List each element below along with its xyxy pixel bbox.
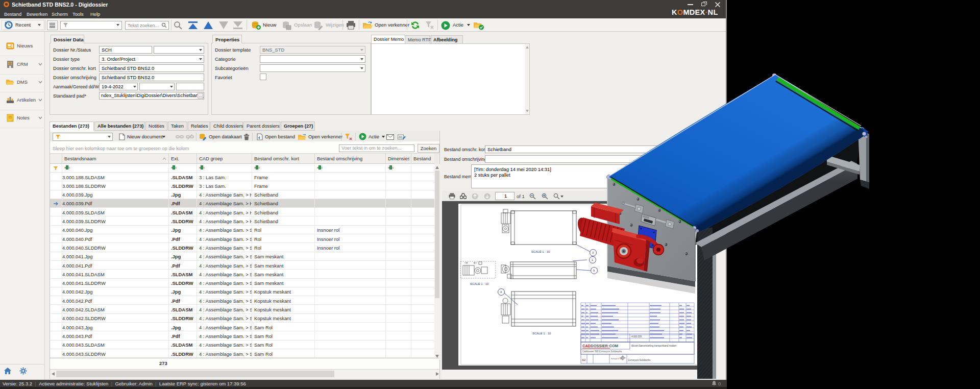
svg-text:SCALE 1 : 10: SCALE 1 : 10: [470, 282, 489, 285]
svg-text:SCALE 1 : 10: SCALE 1 : 10: [531, 250, 550, 253]
svg-text:ab: ab: [399, 135, 403, 139]
svg-text:4: 4: [500, 290, 502, 294]
svg-text:SCALE 1 : 10: SCALE 1 : 10: [532, 332, 551, 335]
